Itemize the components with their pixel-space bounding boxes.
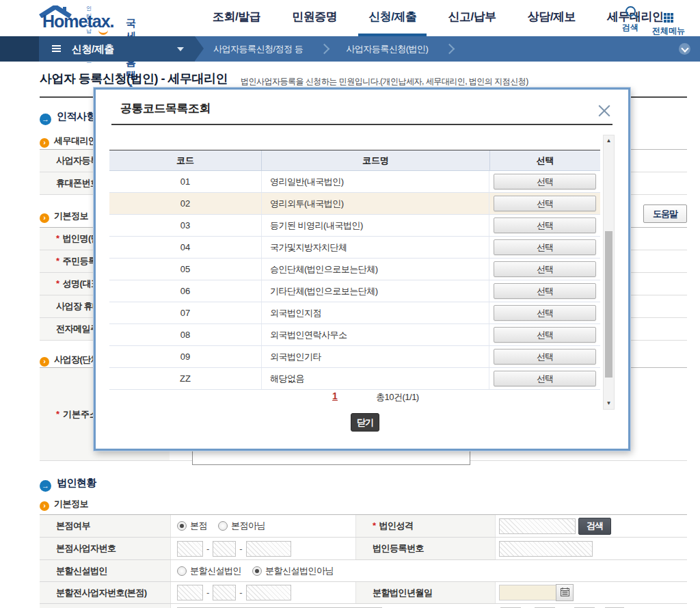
- split-biznum-inputs: --: [171, 582, 355, 603]
- radio-option[interactable]: 분할신설법인: [177, 565, 241, 577]
- nature-search-button[interactable]: 검색: [578, 518, 611, 535]
- select-button[interactable]: 선택: [494, 217, 596, 233]
- expand-bar-button[interactable]: [679, 43, 690, 55]
- disabled-input: [246, 541, 291, 557]
- table-row: 본점여부 본점본점아님 법인성격 검색: [40, 515, 687, 538]
- select-cell: 선택: [489, 346, 600, 367]
- code-row: 05승인단체(법인으로보는단체)선택: [109, 259, 600, 280]
- select-button[interactable]: 선택: [494, 349, 596, 365]
- radio-label: 분할신설법인: [190, 565, 241, 577]
- radio-icon[interactable]: [177, 521, 187, 531]
- empty-cell: [496, 560, 687, 581]
- modal-close-button[interactable]: 닫기: [351, 413, 379, 432]
- sub-agent: ›세무대리인: [40, 134, 97, 148]
- radio-icon[interactable]: [252, 566, 262, 576]
- address-label: 기본주소: [56, 408, 98, 421]
- page-subtitle: 법인사업자등록을 신청하는 민원입니다.(개인납세자, 세무대리인, 법인의 지…: [241, 76, 528, 88]
- breadcrumb-item[interactable]: 사업자등록신청/정정 등: [213, 43, 303, 55]
- nav-item[interactable]: 신고/납부: [432, 0, 511, 36]
- arrow-badge-icon: →: [40, 114, 51, 125]
- select-button[interactable]: 선택: [494, 305, 596, 321]
- codename-cell: 외국법인지점: [261, 302, 489, 323]
- radio-option[interactable]: 분할신설법인아님: [252, 565, 334, 577]
- empty-label: [40, 604, 171, 608]
- page-number-link[interactable]: 1: [327, 391, 343, 401]
- help-button[interactable]: 도움말: [643, 204, 687, 223]
- allmenu-menu[interactable]: 전체메뉴: [651, 6, 686, 37]
- select-cell: 선택: [489, 259, 600, 280]
- section-place-title: 사업장(단체: [54, 354, 99, 365]
- section-corp-title: 법인현황: [57, 477, 96, 488]
- split-date-label: 분할법인년월일: [355, 582, 496, 603]
- nature-input-disabled: [499, 518, 576, 534]
- codename-cell: 영리외투(내국법인): [261, 193, 489, 214]
- select-cell: 선택: [489, 302, 600, 323]
- code-row: 07외국법인지점선택: [109, 302, 600, 324]
- select-button[interactable]: 선택: [494, 239, 596, 255]
- close-icon[interactable]: [598, 103, 610, 116]
- code-row: 04국가및지방자치단체선택: [109, 237, 600, 259]
- code-cell: 02: [109, 193, 261, 214]
- radio-icon[interactable]: [177, 566, 187, 576]
- scroll-down-arrow-icon[interactable]: ▼: [604, 399, 614, 408]
- nav-item[interactable]: 민원증명: [276, 0, 353, 36]
- search-menu[interactable]: 검색: [612, 6, 648, 34]
- corp-sub-basic-title: 기본정보: [54, 499, 88, 509]
- caret-down-icon: [177, 47, 184, 51]
- disabled-input: [177, 585, 203, 600]
- menubar-left-block: [0, 36, 39, 62]
- code-row: ZZ해당없음선택: [109, 368, 600, 390]
- arrow-badge-icon: →: [40, 480, 51, 492]
- allmenu-label: 전체메뉴: [651, 25, 686, 37]
- breadcrumb-item[interactable]: 사업자등록신청(법인): [346, 43, 428, 55]
- search-icon: [625, 6, 636, 16]
- codename-cell: 해당없음: [261, 368, 489, 389]
- code-cell: 03: [109, 215, 261, 236]
- page-title: 사업자 등록신청(법인) - 세무대리인: [40, 70, 228, 87]
- column-header-select: 선택: [489, 150, 600, 170]
- select-button[interactable]: 선택: [494, 371, 596, 386]
- code-row: 02영리외투(내국법인)선택: [109, 193, 600, 215]
- code-cell: 07: [109, 302, 261, 323]
- select-button[interactable]: 선택: [494, 196, 596, 211]
- calendar-button[interactable]: [556, 584, 574, 601]
- disabled-input: [213, 585, 236, 600]
- modal-scrollbar[interactable]: ▲ ▼: [603, 135, 615, 410]
- codename-cell: 기타단체(법인으로보는단체): [261, 280, 489, 302]
- select-button[interactable]: 선택: [494, 283, 596, 299]
- codename-cell: 등기된 비영리(내국법인): [261, 215, 489, 236]
- select-button[interactable]: 선택: [494, 327, 596, 343]
- code-row: 08외국법인연락사무소선택: [109, 324, 600, 346]
- current-menu-dropdown[interactable]: 신청/제출: [39, 36, 195, 62]
- hamburger-icon: [52, 45, 61, 47]
- scroll-up-arrow-icon[interactable]: ▲: [604, 136, 614, 146]
- split-biznum-label: 분할전사업자번호(본점): [40, 582, 171, 603]
- select-button[interactable]: 선택: [494, 261, 596, 277]
- radio-icon[interactable]: [218, 521, 228, 531]
- code-cell: 01: [109, 171, 261, 192]
- chevron-badge-icon: ›: [40, 357, 49, 367]
- header: 인터넷 납세서비스 Hometax. 국세청홈택스 조회/발급민원증명신청/제출…: [0, 0, 700, 36]
- column-header-code: 코드: [109, 150, 261, 170]
- scrollbar-thumb[interactable]: [605, 231, 612, 378]
- codename-cell: 승인단체(법인으로보는단체): [261, 259, 489, 280]
- select-button[interactable]: 선택: [494, 174, 596, 189]
- corp-regnum-label: 법인등록번호: [355, 538, 496, 559]
- radio-option[interactable]: 본점: [177, 520, 207, 532]
- radio-label: 본점아님: [231, 520, 265, 532]
- address-detail-input[interactable]: [192, 449, 470, 465]
- code-table-header: 코드 코드명 선택: [109, 150, 600, 171]
- nav-item[interactable]: 조회/발급: [197, 0, 276, 36]
- split-date-input[interactable]: [499, 585, 556, 600]
- split-radio-group: 분할신설법인분할신설법인아님: [171, 560, 496, 581]
- nav-item[interactable]: 상담/제보: [512, 0, 591, 36]
- nav-item[interactable]: 신청/제출: [353, 0, 432, 36]
- current-menu-label: 신청/제출: [72, 36, 114, 62]
- select-cell: 선택: [489, 171, 600, 192]
- dash-separator: -: [206, 544, 209, 554]
- corp-basic-table: 본점여부 본점본점아님 법인성격 검색 본점사업자번호 -- 법인등록번호 분할…: [40, 514, 687, 608]
- codename-cell: 국가및지방자치단체: [261, 237, 489, 258]
- select-cell: 선택: [489, 280, 600, 302]
- dash-separator: -: [239, 587, 242, 598]
- radio-option[interactable]: 본점아님: [218, 520, 265, 532]
